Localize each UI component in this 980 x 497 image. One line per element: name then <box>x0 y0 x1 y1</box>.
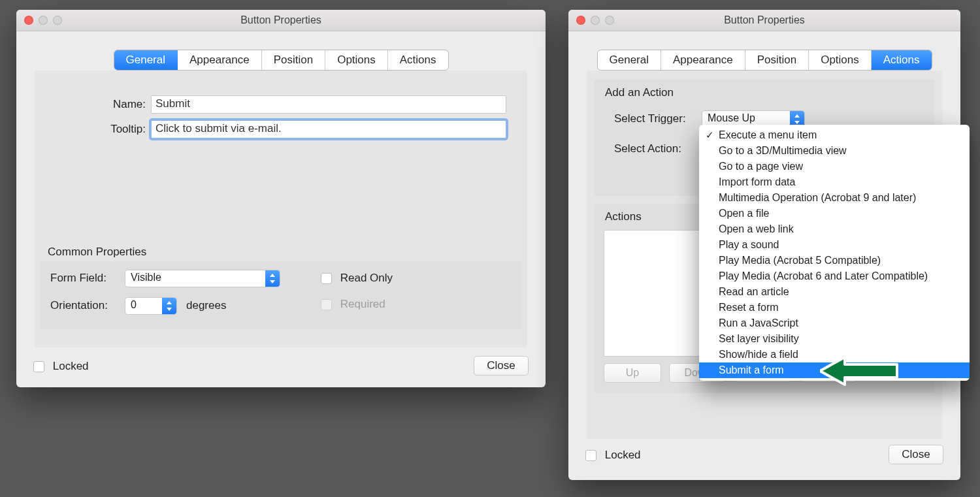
tab-position[interactable]: Position <box>745 50 809 70</box>
action-option[interactable]: Import form data <box>699 174 970 190</box>
action-option[interactable]: Open a file <box>699 206 970 221</box>
common-properties-box: Form Field: Visible Orientation: 0 degre… <box>40 261 522 329</box>
action-option[interactable]: Read an article <box>699 284 970 300</box>
locked-checkbox[interactable] <box>585 450 596 461</box>
action-option[interactable]: Reset a form <box>699 300 970 315</box>
tab-appearance[interactable]: Appearance <box>661 50 745 70</box>
maximize-window-icon <box>53 16 62 25</box>
close-button[interactable]: Close <box>474 356 529 376</box>
up-button[interactable]: Up <box>604 363 661 383</box>
chevron-up-down-icon <box>162 298 176 314</box>
close-window-icon[interactable] <box>24 16 33 25</box>
required-label: Required <box>340 298 385 310</box>
form-field-value: Visible <box>131 272 161 283</box>
tooltip-input[interactable]: Click to submit via e-mail. <box>151 120 506 138</box>
action-option[interactable]: Run a JavaScript <box>699 315 970 331</box>
action-option[interactable]: Play Media (Acrobat 6 and Later Compatib… <box>699 268 970 284</box>
tab-actions[interactable]: Actions <box>872 50 932 70</box>
action-option[interactable]: Play Media (Acrobat 5 Compatible) <box>699 253 970 268</box>
common-properties-heading: Common Properties <box>48 246 146 259</box>
close-window-icon[interactable] <box>576 16 585 25</box>
orientation-select[interactable]: 0 <box>125 297 177 315</box>
action-option[interactable]: Multimedia Operation (Acrobat 9 and late… <box>699 190 970 206</box>
locked-checkbox[interactable] <box>33 361 44 372</box>
name-label: Name: <box>35 98 151 111</box>
orientation-value: 0 <box>131 299 137 310</box>
tabs: GeneralAppearancePositionOptionsActions <box>597 50 932 71</box>
tab-position[interactable]: Position <box>262 50 325 70</box>
minimize-window-icon <box>39 16 48 25</box>
button-properties-window-general: Button Properties GeneralAppearancePosit… <box>16 10 546 387</box>
tabs: GeneralAppearancePositionOptionsActions <box>114 50 449 71</box>
tab-general[interactable]: General <box>598 50 661 70</box>
general-panel: Name: Submit Tooltip: Click to submit vi… <box>35 71 527 347</box>
action-option[interactable]: Execute a menu item <box>699 127 970 143</box>
actions-heading: Actions <box>605 210 642 223</box>
select-action-dropdown[interactable]: Execute a menu itemGo to a 3D/Multimedia… <box>699 125 970 381</box>
action-option[interactable]: Play a sound <box>699 237 970 253</box>
chevron-up-down-icon <box>265 270 280 287</box>
form-field-label: Form Field: <box>50 272 106 285</box>
select-action-label: Select Action: <box>614 142 681 155</box>
window-title: Button Properties <box>16 14 546 26</box>
locked-label: Locked <box>605 449 641 461</box>
orientation-label: Orientation: <box>50 299 108 312</box>
action-option[interactable]: Go to a page view <box>699 159 970 174</box>
tab-options[interactable]: Options <box>325 50 388 70</box>
action-option[interactable]: Show/hide a field <box>699 347 970 362</box>
select-trigger-value: Mouse Up <box>708 112 755 123</box>
add-action-heading: Add an Action <box>605 86 674 99</box>
titlebar: Button Properties <box>16 10 546 31</box>
minimize-window-icon <box>591 16 600 25</box>
tab-actions[interactable]: Actions <box>388 50 448 70</box>
window-title: Button Properties <box>568 14 960 26</box>
action-option[interactable]: Open a web link <box>699 221 970 237</box>
tooltip-label: Tooltip: <box>35 123 151 136</box>
action-option[interactable]: Go to a 3D/Multimedia view <box>699 143 970 159</box>
maximize-window-icon <box>605 16 614 25</box>
name-input[interactable]: Submit <box>151 95 506 114</box>
form-field-select[interactable]: Visible <box>125 270 280 287</box>
action-option[interactable]: Submit a form <box>699 362 970 378</box>
tab-options[interactable]: Options <box>809 50 872 70</box>
tab-general[interactable]: General <box>114 50 178 70</box>
select-trigger-label: Select Trigger: <box>614 112 686 125</box>
degrees-label: degrees <box>186 299 226 312</box>
close-button[interactable]: Close <box>889 445 943 464</box>
required-checkbox <box>321 299 332 310</box>
read-only-checkbox[interactable] <box>321 273 332 284</box>
tab-appearance[interactable]: Appearance <box>178 50 262 70</box>
read-only-label: Read Only <box>340 272 393 284</box>
locked-label: Locked <box>53 360 89 372</box>
titlebar: Button Properties <box>568 10 960 31</box>
action-option[interactable]: Set layer visibility <box>699 331 970 347</box>
